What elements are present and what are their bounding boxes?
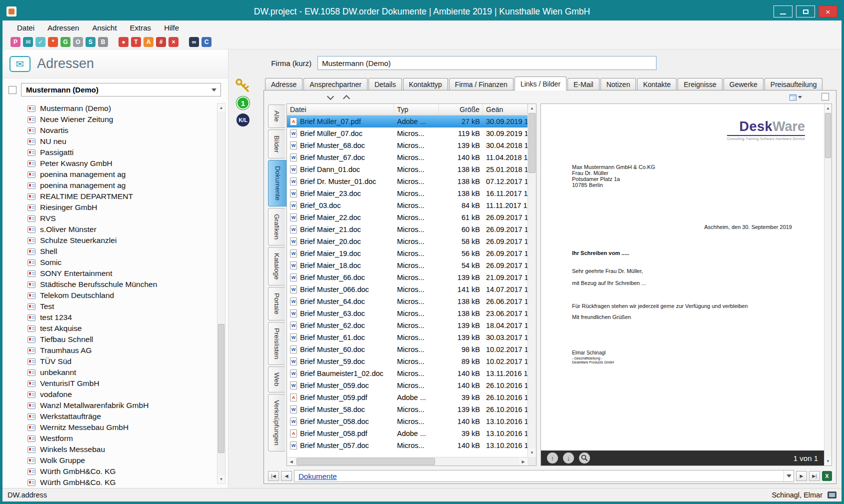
person-card-icon[interactable]: P [10, 37, 20, 47]
tab-firma-finanzen[interactable]: Firma / Finanzen [449, 78, 514, 90]
kl-badge[interactable]: K/L [236, 114, 250, 126]
address-filter-checkbox[interactable] [8, 86, 16, 94]
tab-ereignisse[interactable]: Ereignisse [678, 78, 722, 90]
menu-datei[interactable]: Datei [10, 22, 41, 34]
file-row[interactable]: WBrief_03.docMicros...84 kB11.11.2017 1 [287, 200, 528, 212]
tree-item[interactable]: Riesinger GmbH [2, 202, 214, 213]
archive-icon[interactable]: B [98, 37, 108, 47]
file-row[interactable]: ABrief Muster_058.pdfAdobe ...39 kB13.10… [287, 428, 528, 440]
file-row[interactable]: ABrief Müller_07.pdfAdobe ...27 kB30.09.… [287, 116, 528, 128]
view-mode-button[interactable] [787, 92, 804, 102]
file-row[interactable]: WBrief Muster_59.docMicros...89 kB10.02.… [287, 356, 528, 368]
file-list-hscrollbar[interactable]: ◀ ▶ [287, 457, 528, 466]
vtab-bilder[interactable]: Bilder [268, 130, 285, 159]
tree-item[interactable]: VenturisIT GmbH [2, 378, 214, 389]
address-combobox[interactable]: Mustermann (Demo) [21, 83, 221, 96]
tag-icon[interactable]: T [131, 37, 141, 47]
file-row[interactable]: WBrief Muster_058.docMicros...140 kB13.1… [287, 416, 528, 428]
tree-item[interactable]: unbekannt [2, 367, 214, 378]
file-row[interactable]: WBrief Muster_63.docMicros...138 kB23.06… [287, 308, 528, 320]
glasses-icon[interactable]: ∞ [189, 37, 199, 47]
file-row[interactable]: WBrief Muster_64.docMicros...138 kB26.06… [287, 296, 528, 308]
file-row[interactable]: WBrief Muster_61.docMicros...139 kB30.03… [287, 332, 528, 344]
tree-item[interactable]: Westform [2, 433, 214, 444]
file-row[interactable]: WBrief Muster_057.docMicros...140 kB13.1… [287, 440, 528, 452]
star-icon[interactable]: * [48, 37, 58, 47]
scroll-down-icon[interactable]: ▼ [218, 475, 225, 484]
column-header-typ[interactable]: Typ [394, 104, 439, 115]
vtab-kataloge[interactable]: Kataloge [268, 247, 285, 286]
firma-kurz-input[interactable] [318, 56, 656, 70]
tree-item[interactable]: Schulze Steuerkanzlei [2, 235, 214, 246]
file-row[interactable]: ABrief Muster_059.pdfAdobe ...39 kB26.10… [287, 392, 528, 404]
file-row[interactable]: WBrief Muster_066.docMicros...141 kB14.0… [287, 284, 528, 296]
tree-item[interactable]: Neue Wiener Zeitung [2, 114, 214, 125]
tab-kontakttyp[interactable]: Kontakttyp [403, 78, 448, 90]
count-badge[interactable]: 1 [236, 96, 250, 110]
tree-item[interactable]: Novartis [2, 125, 214, 136]
file-row[interactable]: WBrief Muster_67.docMicros...140 kB11.04… [287, 152, 528, 164]
plant-icon[interactable]: G [60, 37, 70, 47]
column-header-geän[interactable]: Geän [483, 104, 528, 115]
file-row[interactable]: WBrief Muster_60.docMicros...98 kB10.02.… [287, 344, 528, 356]
envelope-icon[interactable]: ✉ [23, 37, 33, 47]
tree-item[interactable]: Würth GmbH&Co. KG [2, 466, 214, 477]
menu-hilfe[interactable]: Hilfe [158, 22, 186, 34]
maximize-button[interactable] [796, 6, 815, 18]
excel-export-icon[interactable]: X [822, 471, 832, 481]
vtab-web[interactable]: Web [268, 366, 285, 392]
tree-item[interactable]: Wanzl Metallwarenfabrik GmbH [2, 400, 214, 411]
tree-item[interactable]: Tiefbau Schnell [2, 334, 214, 345]
preview-toggle-checkbox[interactable] [822, 93, 829, 100]
file-row[interactable]: WBrief Maier_23.docMicros...138 kB16.11.… [287, 188, 528, 200]
tab-links-bilder[interactable]: Links / Bilder [514, 76, 566, 90]
tree-item[interactable]: Winkels Messebau [2, 444, 214, 455]
tab-details[interactable]: Details [368, 78, 402, 90]
tree-item[interactable]: Traumhaus AG [2, 345, 214, 356]
file-row[interactable]: WBrief Dann_01.docMicros...138 kB25.01.2… [287, 164, 528, 176]
column-header-größe[interactable]: Größe [439, 104, 483, 115]
tree-item[interactable]: poenina management ag [2, 169, 214, 180]
tree-item[interactable]: vodafone [2, 389, 214, 400]
tree-item[interactable]: Werkstattaufträge [2, 411, 214, 422]
menu-ansicht[interactable]: Ansicht [86, 22, 123, 34]
scroll-down-icon[interactable]: ▼ [824, 457, 832, 466]
tree-item[interactable]: test 1234 [2, 312, 214, 323]
file-row[interactable]: WBrief Muster_58.docMicros...139 kB26.10… [287, 404, 528, 416]
tree-item[interactable]: Wolk Gruppe [2, 455, 214, 466]
tree-item[interactable]: REALTIME DEPARTMENT [2, 191, 214, 202]
tree-item[interactable]: Wernitz Messebau GmbH [2, 422, 214, 433]
vtab-grafiken[interactable]: Grafiken [268, 208, 285, 246]
tree-item[interactable]: Telekom Deutschland [2, 290, 214, 301]
delete-icon[interactable]: × [168, 37, 178, 47]
file-row[interactable]: WBrief Maier_20.docMicros...58 kB26.09.2… [287, 236, 528, 248]
first-record-button[interactable]: |◀ [268, 471, 279, 481]
vtab-verknüpfungen[interactable]: Verknüpfungen [268, 394, 285, 452]
tree-item[interactable]: NU neu [2, 136, 214, 147]
shield-icon[interactable]: S [86, 37, 96, 47]
scroll-left-icon[interactable]: ◀ [287, 458, 296, 466]
file-row[interactable]: WBrief Maier_18.docMicros...54 kB26.09.2… [287, 260, 528, 272]
page-down-button[interactable]: ↓ [563, 452, 574, 464]
chat-icon[interactable]: C [202, 37, 212, 47]
scroll-down-icon[interactable]: ▼ [528, 448, 536, 457]
column-header-datei[interactable]: Datei [287, 104, 394, 115]
tab-e-mail[interactable]: E-Mail [568, 78, 600, 90]
tab-preisaufteilung[interactable]: Preisaufteilung [764, 78, 823, 90]
file-row[interactable]: WBrief Dr. Muster_01.docMicros...138 kB0… [287, 176, 528, 188]
contact-icon[interactable]: A [144, 37, 154, 47]
keys-icon[interactable] [234, 78, 252, 92]
file-row[interactable]: WBrief Maier_21.docMicros...60 kB26.09.2… [287, 224, 528, 236]
scrollbar-thumb[interactable] [296, 458, 435, 465]
file-row[interactable]: WBrief Muster_62.docMicros...139 kB18.04… [287, 320, 528, 332]
menu-adressen[interactable]: Adressen [41, 22, 86, 34]
zoom-page-button[interactable] [579, 452, 590, 464]
chevron-down-button[interactable] [324, 93, 337, 102]
tree-item[interactable]: Somic [2, 257, 214, 268]
tree-item[interactable]: Mustermann (Demo) [2, 103, 214, 114]
tree-item[interactable]: poenina management ag [2, 180, 214, 191]
record-combobox[interactable]: Dokumente [294, 470, 794, 482]
address-tree-scrollbar[interactable]: ▲ ▼ [217, 103, 226, 484]
scrollbar-thumb[interactable] [528, 113, 536, 173]
title-bar[interactable]: DW.project - EW.1058 DW.order Dokumente … [2, 2, 842, 20]
